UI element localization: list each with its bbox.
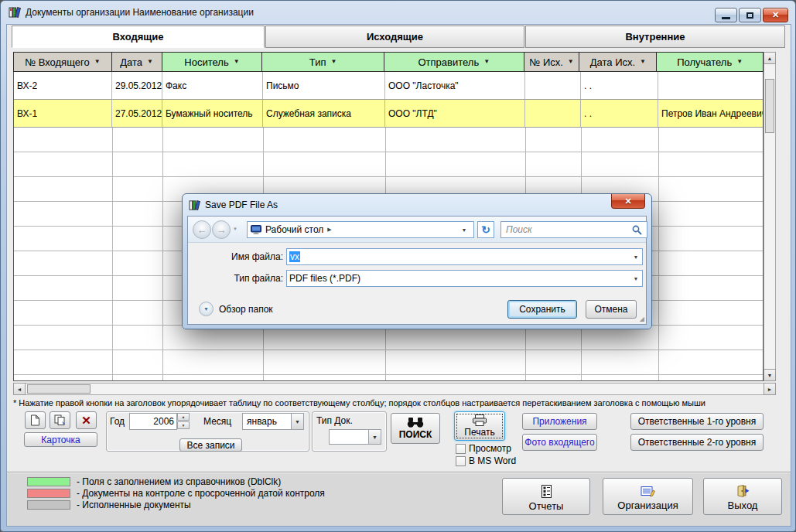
close-button[interactable]: ✕ <box>763 8 788 22</box>
col-header-medium[interactable]: Носитель▼ <box>162 53 263 71</box>
breadcrumb-dropdown-icon[interactable]: ▼ <box>458 227 470 233</box>
table-row-selected[interactable]: ВХ-1 27.05.2012 Бумажный носитель Служеб… <box>14 100 763 128</box>
save-button[interactable]: Сохранить <box>507 300 577 319</box>
attachments-button[interactable]: Приложения <box>522 413 597 430</box>
grid-line <box>658 128 659 380</box>
checkbox-icon[interactable] <box>456 444 466 454</box>
sort-icon[interactable]: ▼ <box>94 59 101 65</box>
col-label: Отправитель <box>418 56 480 68</box>
minimize-button[interactable] <box>715 8 737 22</box>
search-button[interactable]: ПОИСК <box>391 413 440 444</box>
chevron-down-icon[interactable]: ▼ <box>368 430 381 444</box>
sort-icon[interactable]: ▼ <box>736 59 743 65</box>
incoming-photo-button[interactable]: Фото входящего <box>522 434 597 451</box>
doctype-label: Тип Док. <box>316 415 353 426</box>
photo-label: Фото входящего <box>524 437 594 448</box>
dialog-titlebar[interactable]: Save PDF File As <box>183 194 651 216</box>
breadcrumb-location[interactable]: Рабочий стол <box>265 224 323 235</box>
search-input[interactable]: Поиск <box>500 221 647 238</box>
back-button[interactable]: ← <box>193 220 211 239</box>
breadcrumb-arrow-icon[interactable]: ▶ <box>327 227 331 233</box>
col-header-incoming-no[interactable]: № Входящего▼ <box>14 53 112 71</box>
vertical-scrollbar[interactable]: ▲ ▼ <box>764 52 776 381</box>
cancel-button[interactable]: Отмена <box>586 300 637 319</box>
filename-input[interactable]: vx ▼ <box>286 248 643 265</box>
exit-button[interactable]: Выход <box>703 478 782 515</box>
titlebar[interactable]: Документы организации Наименование орган… <box>1 1 795 24</box>
sort-icon[interactable]: ▼ <box>483 59 490 65</box>
horizontal-scrollbar[interactable]: ◄ ► <box>13 383 776 395</box>
vertical-scroll-thumb[interactable] <box>765 79 774 133</box>
sort-icon[interactable]: ▼ <box>568 59 574 65</box>
app-window: Документы организации Наименование орган… <box>0 0 796 532</box>
sort-icon[interactable]: ▼ <box>640 59 646 65</box>
all-records-button[interactable]: Все записи <box>179 438 242 452</box>
cell <box>525 72 581 99</box>
cell: Факс <box>162 72 263 99</box>
forward-button[interactable]: → <box>212 220 231 239</box>
col-header-outgoing-date[interactable]: Дата Исх.▼ <box>579 53 657 71</box>
table-row[interactable]: ВХ-2 29.05.2012 Факс Письмо ООО "Ласточк… <box>14 72 763 100</box>
close-icon: ✕ <box>772 11 779 19</box>
card-label: Карточка <box>41 435 80 445</box>
chevron-down-icon[interactable]: ▼ <box>630 276 642 281</box>
month-select[interactable]: январь ▼ <box>242 413 304 430</box>
recent-pages-chevron-icon[interactable]: ▼ <box>233 227 237 231</box>
tab-internal[interactable]: Внутренние <box>525 26 785 48</box>
resp1-label: Ответственные 1-го уровня <box>638 416 757 427</box>
year-stepper[interactable]: ▲ ▼ <box>177 413 190 429</box>
new-document-button[interactable] <box>25 411 46 429</box>
new-document-icon <box>30 414 40 426</box>
scroll-down-button[interactable]: ▼ <box>764 369 776 381</box>
tab-incoming[interactable]: Входящие <box>12 26 265 48</box>
refresh-button[interactable]: ↻ <box>477 221 494 238</box>
responsible-level2-button[interactable]: Ответственные 2-го уровня <box>630 434 764 451</box>
search-icon <box>632 225 642 235</box>
sort-icon[interactable]: ▼ <box>331 59 337 65</box>
tab-outgoing[interactable]: Исходящие <box>265 26 524 48</box>
copy-document-button[interactable] <box>50 411 70 429</box>
restore-button[interactable] <box>739 8 761 22</box>
col-header-recipient[interactable]: Получатель▼ <box>657 53 763 71</box>
cell: Служебная записка <box>263 100 385 127</box>
sort-icon[interactable]: ▼ <box>147 59 153 65</box>
browse-folders-expander[interactable]: ▼ <box>199 302 214 316</box>
all-records-label: Все записи <box>186 440 234 451</box>
col-header-type[interactable]: Тип▼ <box>262 53 384 71</box>
doctype-select[interactable]: ▼ <box>329 429 381 445</box>
horizontal-scroll-thumb[interactable] <box>27 384 91 394</box>
scroll-right-button[interactable]: ► <box>764 383 776 395</box>
filetype-select[interactable]: PDF files (*.PDF) ▼ <box>286 270 643 287</box>
organization-button[interactable]: Организация <box>603 478 693 515</box>
filetype-label: Тип файла: <box>203 273 283 284</box>
spin-down-icon[interactable]: ▼ <box>177 421 190 429</box>
spin-up-icon[interactable]: ▲ <box>177 413 190 421</box>
print-button[interactable]: Печать <box>454 411 505 441</box>
checkbox-icon[interactable] <box>456 456 466 466</box>
col-header-date[interactable]: Дата▼ <box>112 53 162 71</box>
sort-icon[interactable]: ▼ <box>234 59 240 65</box>
delete-document-button[interactable]: ✕ <box>76 411 97 429</box>
chevron-down-icon[interactable]: ▼ <box>630 254 642 260</box>
col-label: Дата Исх. <box>590 56 635 68</box>
msword-checkbox[interactable]: В MS Word <box>456 455 516 466</box>
col-label: Тип <box>309 56 326 68</box>
preview-checkbox[interactable]: Просмотр <box>456 443 511 454</box>
resize-grip[interactable]: ◢ <box>640 315 644 322</box>
search-placeholder: Поиск <box>506 224 632 235</box>
col-header-sender[interactable]: Отправитель▼ <box>384 53 524 71</box>
card-button[interactable]: Карточка <box>24 432 97 447</box>
col-header-outgoing-no[interactable]: № Исх.▼ <box>524 53 580 71</box>
chevron-down-icon[interactable]: ▼ <box>291 414 303 429</box>
scroll-left-button[interactable]: ◄ <box>13 383 26 395</box>
cell: . . <box>581 72 658 99</box>
year-input[interactable]: 2006 <box>129 413 177 430</box>
reports-button[interactable]: Отчеты <box>502 478 590 515</box>
responsible-level1-button[interactable]: Ответственные 1-го уровня <box>630 413 764 430</box>
filename-label: Имя файла: <box>203 251 283 262</box>
breadcrumb[interactable]: Рабочий стол ▶ ▼ <box>247 221 474 238</box>
scroll-up-button[interactable]: ▲ <box>764 52 776 64</box>
restore-icon <box>746 12 753 19</box>
dialog-close-button[interactable]: ✕ <box>611 194 645 209</box>
back-icon: ← <box>197 224 207 236</box>
